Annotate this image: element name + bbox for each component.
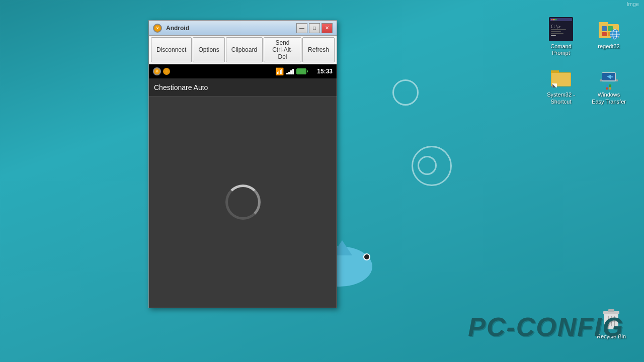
desktop-icon-cmd[interactable]: C:\> Comand Prompt — [541, 15, 581, 58]
desktop-icons-area: C:\> Comand Prompt — [541, 15, 629, 107]
status-time: 15:33 — [317, 68, 333, 75]
svg-point-4 — [555, 19, 557, 21]
desktop-icon-regedt32[interactable]: regedt32 — [589, 15, 629, 52]
svg-point-2 — [551, 19, 553, 21]
signal-bars — [286, 68, 294, 74]
refresh-button[interactable]: Refresh — [302, 37, 335, 62]
battery-icon — [296, 68, 306, 74]
android-topbar: Chestionare Auto — [149, 78, 337, 97]
cmd-icon-svg: C:\> — [549, 17, 573, 41]
decorative-circle-1 — [392, 79, 419, 106]
wet-icon-svg — [597, 65, 621, 89]
maximize-button[interactable]: □ — [309, 23, 320, 33]
status-left-icons: V — [153, 67, 170, 75]
system32-icon-image — [549, 65, 573, 89]
disconnect-button[interactable]: Disconnect — [151, 37, 192, 62]
svg-rect-33 — [606, 84, 608, 87]
android-statusbar: V 📶 15:33 — [149, 64, 337, 78]
close-button[interactable]: ✕ — [321, 23, 333, 33]
vnc-title-icon: V — [153, 24, 162, 33]
vnc-toolbar: Disconnect Options Clipboard Send Ctrl-A… — [149, 36, 337, 64]
user-hint: Imge — [627, 1, 639, 7]
send-ctrl-alt-del-button[interactable]: Send Ctrl-Alt-Del — [264, 37, 301, 62]
vnc-titlebar: V Android — □ ✕ — [149, 21, 337, 36]
regedt32-icon-svg — [597, 17, 621, 41]
desktop-icon-wet[interactable]: Windows Easy Transfer — [589, 63, 629, 107]
vnc-title-text: Android — [166, 25, 296, 32]
svg-rect-13 — [602, 26, 607, 31]
clipboard-button[interactable]: Clipboard — [226, 37, 263, 62]
svg-rect-6 — [551, 29, 566, 30]
wifi-icon: 📶 — [275, 67, 284, 75]
svg-rect-15 — [602, 32, 607, 36]
status-right-icons: 📶 — [275, 67, 306, 75]
svg-rect-36 — [609, 87, 611, 89]
svg-rect-7 — [551, 31, 561, 32]
desktop-icon-row-1: C:\> Comand Prompt — [541, 15, 629, 58]
decorative-circle-3 — [418, 156, 437, 175]
android-content — [149, 97, 337, 308]
loading-spinner — [225, 185, 261, 220]
vnc-window-controls: — □ ✕ — [296, 23, 333, 33]
android-vnc-logo: V — [153, 67, 161, 75]
fish-eye — [363, 253, 370, 260]
svg-rect-8 — [551, 33, 564, 34]
svg-rect-12 — [599, 22, 608, 26]
vnc-logo: V — [153, 24, 162, 33]
svg-rect-35 — [606, 87, 608, 89]
signal-bar-1 — [286, 73, 288, 74]
regedt32-icon-label: regedt32 — [598, 43, 619, 50]
svg-rect-34 — [609, 84, 611, 87]
system32-icon-svg — [549, 65, 573, 89]
system32-icon-label: System32 - Shortcut — [543, 92, 579, 105]
pc-config-watermark: PC-CONFIG — [468, 312, 624, 342]
svg-text:C:\>: C:\> — [551, 25, 560, 29]
desktop-icon-system32[interactable]: System32 - Shortcut — [541, 63, 581, 107]
cmd-icon-image: C:\> — [549, 17, 573, 41]
svg-point-3 — [553, 19, 555, 21]
cmd-icon-label: Comand Prompt — [543, 43, 579, 56]
options-button[interactable]: Options — [193, 37, 224, 62]
android-status-icon — [163, 68, 170, 75]
wet-icon-label: Windows Easy Transfer — [591, 92, 627, 105]
vnc-window: V Android — □ ✕ Disconnect Options Clipb… — [148, 20, 337, 308]
signal-bar-3 — [290, 70, 292, 74]
minimize-button[interactable]: — — [296, 23, 307, 33]
desktop: Imge C:\> — [0, 0, 644, 362]
regedt32-icon-image — [597, 17, 621, 41]
desktop-icon-row-2: System32 - Shortcut — [541, 63, 629, 107]
signal-bar-2 — [288, 72, 290, 74]
svg-rect-9 — [551, 35, 556, 36]
android-app-title: Chestionare Auto — [154, 83, 208, 92]
android-screen: V 📶 15:33 — [149, 64, 337, 308]
signal-bar-4 — [292, 69, 294, 74]
wet-icon-image — [597, 65, 621, 89]
